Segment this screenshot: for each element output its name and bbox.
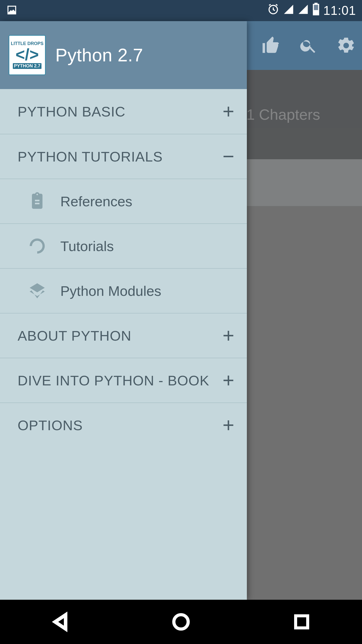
sub-item-label: References xyxy=(60,193,132,210)
drawer-item-python-tutorials[interactable]: PYTHON TUTORIALS − xyxy=(0,134,247,179)
sub-item-label: Tutorials xyxy=(60,238,114,254)
sub-item-tutorials[interactable]: Tutorials xyxy=(0,223,247,268)
status-right-group: 11:01 xyxy=(267,3,356,18)
navigation-drawer: LITTLE DROPS </> PYTHON 2.7 Python 2.7 P… xyxy=(0,21,247,600)
logo-glyph: </> xyxy=(16,47,39,63)
expand-icon: + xyxy=(222,414,234,437)
drawer-item-label: ABOUT PYTHON xyxy=(18,328,131,344)
clipboard-icon xyxy=(27,191,47,211)
status-clock: 11:01 xyxy=(323,3,356,18)
settings-button[interactable] xyxy=(336,35,356,56)
expand-icon: + xyxy=(222,100,234,123)
sub-item-label: Python Modules xyxy=(60,283,161,299)
svg-point-0 xyxy=(174,615,188,629)
logo-line-3: PYTHON 2.7 xyxy=(13,63,41,69)
sub-item-python-modules[interactable]: Python Modules xyxy=(0,268,247,313)
signal-1-icon xyxy=(283,3,294,18)
drawer-item-label: OPTIONS xyxy=(18,417,83,433)
expand-icon: + xyxy=(222,324,234,347)
battery-icon xyxy=(312,3,320,18)
drawer-item-dive-into-python[interactable]: DIVE INTO PYTHON - BOOK + xyxy=(0,358,247,403)
drawer-title: Python 2.7 xyxy=(55,45,143,65)
svg-rect-1 xyxy=(296,616,308,628)
screenshot-icon xyxy=(6,4,18,17)
drawer-item-label: DIVE INTO PYTHON - BOOK xyxy=(18,372,209,389)
drawer-item-label: PYTHON TUTORIALS xyxy=(18,148,163,165)
drawer-item-options[interactable]: OPTIONS + xyxy=(0,403,247,447)
tutorials-sub-list: References Tutorials Python Modules xyxy=(0,179,247,313)
status-bar: 11:01 xyxy=(0,0,362,21)
device-frame: 11:01 1 Chapters LITTLE DROPS </> PYTHON… xyxy=(0,0,362,644)
drawer-item-python-basic[interactable]: PYTHON BASIC + xyxy=(0,89,247,134)
drawer-list: PYTHON BASIC + PYTHON TUTORIALS − Refere… xyxy=(0,89,247,600)
expand-icon: + xyxy=(222,369,234,392)
app-logo: LITTLE DROPS </> PYTHON 2.7 xyxy=(9,35,46,75)
drawer-header: LITTLE DROPS </> PYTHON 2.7 Python 2.7 xyxy=(0,21,247,89)
sub-item-references[interactable]: References xyxy=(0,179,247,223)
layers-icon xyxy=(27,281,47,301)
signal-2-icon xyxy=(298,3,309,18)
drawer-item-label: PYTHON BASIC xyxy=(18,103,125,120)
status-left-group xyxy=(6,4,18,17)
alarm-icon xyxy=(267,3,280,18)
home-button[interactable] xyxy=(166,607,196,637)
search-button[interactable] xyxy=(298,35,319,56)
spinner-icon xyxy=(27,236,47,256)
system-navbar xyxy=(0,600,362,644)
recents-button[interactable] xyxy=(287,607,317,637)
drawer-item-about-python[interactable]: ABOUT PYTHON + xyxy=(0,313,247,358)
like-button[interactable] xyxy=(260,35,281,56)
collapse-icon: − xyxy=(222,145,234,168)
back-button[interactable] xyxy=(45,607,75,637)
